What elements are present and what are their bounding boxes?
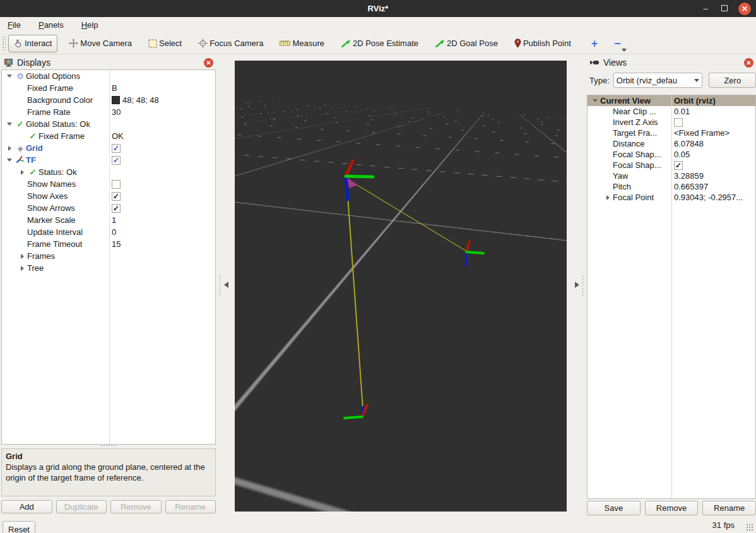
title-bar[interactable]: RViz* – ✕	[0, 0, 756, 17]
tree-label: Yaw	[613, 171, 628, 181]
tool-measure[interactable]: Measure	[275, 35, 329, 52]
tree-label: Near Clip ...	[613, 107, 656, 116]
tool-interact[interactable]: Interact	[8, 35, 57, 52]
tree-row-show-names[interactable]: Show Names	[2, 178, 215, 190]
tool-label: Interact	[25, 39, 52, 48]
3d-viewport[interactable]	[235, 61, 567, 512]
tool-2d-goal-pose[interactable]: 2D Goal Pose	[430, 35, 503, 52]
tree-row-fixed-frame[interactable]: Fixed FrameB	[2, 82, 215, 94]
expand-right-icon[interactable]	[17, 170, 27, 175]
tool-move-camera[interactable]: Move Camera	[64, 35, 137, 52]
tree-row-marker-scale[interactable]: Marker Scale1	[2, 214, 215, 226]
resize-grip[interactable]	[746, 524, 753, 531]
value-text: 3.28859	[674, 171, 704, 181]
rename-button[interactable]: Rename	[702, 501, 756, 515]
description-title: Grid	[6, 451, 211, 462]
tool-select[interactable]: Select	[143, 35, 187, 52]
expand-right-icon[interactable]	[4, 146, 15, 151]
tree-row-global-status-ok[interactable]: ✓Global Status: Ok	[2, 118, 215, 130]
checkbox[interactable]: ✓	[112, 156, 121, 165]
tree-row-grid[interactable]: ◈Grid✓	[2, 142, 215, 154]
value-text: 15	[112, 239, 121, 249]
checkbox[interactable]	[112, 180, 121, 189]
monitor-icon	[4, 58, 13, 67]
expand-down-icon[interactable]	[4, 123, 15, 126]
tree-row-background-color[interactable]: Background Color48; 48; 48	[2, 94, 215, 106]
tool-2d-pose-estimate[interactable]: 2D Pose Estimate	[336, 35, 423, 52]
remove-button[interactable]: Remove	[645, 501, 699, 515]
left-splitter-dots[interactable]	[219, 275, 221, 296]
views-panel-header[interactable]: Views ✕	[587, 56, 756, 69]
column-divider[interactable]	[671, 95, 672, 498]
tree-row-update-interval[interactable]: Update Interval0	[2, 226, 215, 238]
menu-item-file[interactable]: File	[6, 19, 22, 31]
tree-row-frame-timeout[interactable]: Frame Timeout15	[2, 238, 215, 250]
checkbox[interactable]: ✓	[674, 161, 683, 170]
tree-row-frame-rate[interactable]: Frame Rate30	[2, 106, 215, 118]
add-tool-button[interactable]: +	[591, 38, 598, 49]
expand-down-icon[interactable]	[4, 75, 15, 78]
checkbox[interactable]	[674, 118, 683, 127]
remove-button: Remove	[110, 500, 162, 513]
collapse-left-panel-icon[interactable]	[224, 282, 228, 288]
checkbox[interactable]: ✓	[112, 204, 121, 213]
tree-row-show-axes[interactable]: Show Axes✓	[2, 190, 215, 202]
green-arrow-icon	[435, 39, 445, 48]
minimize-button[interactable]: –	[700, 4, 711, 13]
value-text: 48; 48; 48	[122, 95, 159, 105]
displays-close-icon[interactable]: ✕	[204, 58, 213, 68]
remove-tool-dropdown-icon[interactable]	[622, 49, 627, 52]
save-button[interactable]: Save	[587, 501, 641, 515]
tool-publish-point[interactable]: Publish Point	[509, 35, 576, 52]
tree-value: ✓	[112, 192, 121, 201]
collapse-right-panel-icon[interactable]	[575, 282, 579, 288]
expand-down-icon[interactable]	[590, 99, 600, 102]
tree-row-tree[interactable]: Tree	[2, 262, 215, 274]
select-icon	[148, 39, 157, 48]
tree-value: ✓	[112, 156, 121, 165]
tree-value: 0.93043; -0.2957...	[674, 193, 743, 202]
expand-down-icon[interactable]	[4, 159, 15, 162]
tree-row-tf[interactable]: TF✓	[2, 154, 215, 166]
tree-label: Marker Scale	[27, 215, 76, 225]
check-icon: ✓	[27, 131, 38, 141]
tool-label: Publish Point	[523, 39, 571, 48]
tree-label: Pitch	[613, 182, 631, 191]
close-window-button[interactable]: ✕	[738, 3, 751, 15]
remove-tool-button[interactable]: −	[614, 38, 621, 49]
value-text: 0	[112, 227, 116, 237]
tool-focus-camera[interactable]: Focus Camera	[193, 35, 268, 52]
zero-button[interactable]: Zero	[709, 73, 756, 88]
tree-row-fixed-frame[interactable]: ✓Fixed FrameOK	[2, 130, 215, 142]
tree-row-frames[interactable]: Frames	[2, 250, 215, 262]
expand-right-icon[interactable]	[17, 254, 27, 259]
displays-splitter-handle[interactable]	[100, 445, 117, 447]
displays-panel-header[interactable]: Displays ✕	[1, 56, 216, 69]
tree-label: Focal Shap...	[613, 150, 661, 159]
checkbox[interactable]: ✓	[112, 192, 121, 201]
views-close-icon[interactable]: ✕	[744, 58, 753, 68]
column-divider[interactable]	[109, 70, 110, 444]
add-button[interactable]: Add	[1, 500, 52, 513]
toolbar-drag-handle[interactable]	[2, 36, 6, 51]
expand-right-icon[interactable]	[17, 266, 27, 271]
value-text: <Fixed Frame>	[674, 128, 729, 138]
tree-row-status-ok[interactable]: ✓Status: Ok	[2, 166, 215, 178]
expand-right-icon[interactable]	[603, 195, 613, 200]
checkbox[interactable]: ✓	[112, 144, 121, 153]
view-type-select[interactable]: Orbit (rviz_defau	[613, 73, 703, 88]
views-type-row: Type: Orbit (rviz_defau Zero	[587, 72, 756, 88]
tree-row-global-options[interactable]: ⚙Global Options	[2, 70, 215, 82]
tree-row-show-arrows[interactable]: Show Arrows✓	[2, 202, 215, 214]
right-splitter-dots[interactable]	[582, 275, 584, 296]
menu-item-help[interactable]: Help	[80, 19, 100, 31]
value-text: B	[112, 83, 117, 93]
maximize-button[interactable]	[719, 4, 729, 13]
display-description-box: Grid Displays a grid along the ground pl…	[1, 448, 216, 496]
camera-icon	[589, 59, 599, 66]
check-icon: ✓	[15, 119, 26, 129]
reset-button[interactable]: Reset	[3, 521, 35, 533]
menu-item-panels[interactable]: Panels	[37, 19, 65, 31]
value-text: 0.93043; -0.2957...	[674, 193, 743, 202]
tree-value: Orbit (rviz)	[674, 96, 716, 105]
